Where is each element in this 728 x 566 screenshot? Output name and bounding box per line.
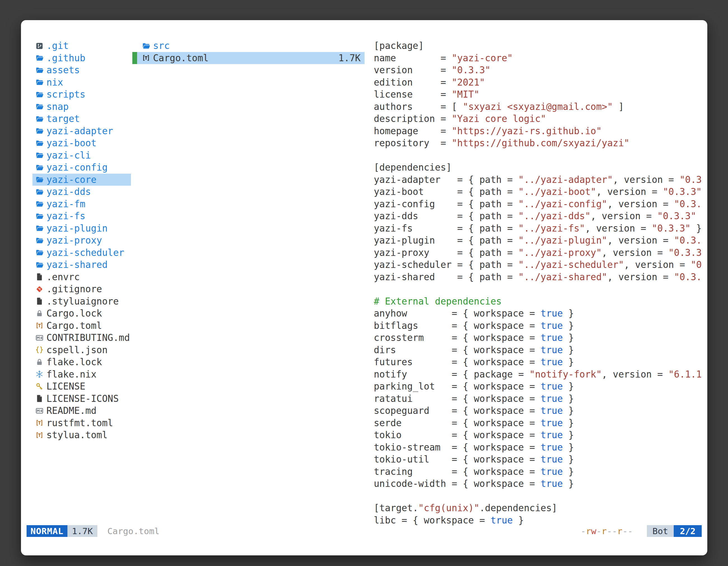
list-item[interactable]: .github xyxy=(32,52,131,64)
list-item[interactable]: yazi-shared xyxy=(32,259,131,271)
folder-icon xyxy=(35,115,44,123)
list-item[interactable]: yazi-proxy xyxy=(32,234,131,247)
list-item[interactable]: yazi-scheduler xyxy=(32,247,131,259)
file-name: LICENSE xyxy=(46,381,85,392)
code-line xyxy=(374,149,702,162)
list-item[interactable]: yazi-adapter xyxy=(32,125,131,137)
file-icon xyxy=(35,394,44,403)
folder-icon xyxy=(35,90,44,99)
file-name: Cargo.lock xyxy=(46,308,102,319)
file-icon xyxy=(35,297,44,305)
file-name: LICENSE-ICONS xyxy=(46,393,119,404)
code-line: yazi-fs = { path = "../yazi-fs", version… xyxy=(374,222,702,235)
list-item[interactable]: yazi-dds xyxy=(32,186,131,198)
list-item[interactable]: Cargo.toml 1.7K xyxy=(132,52,365,64)
file-name: flake.lock xyxy=(46,356,102,367)
list-item[interactable]: yazi-cli xyxy=(32,149,131,162)
file-icon xyxy=(35,273,44,281)
json-icon xyxy=(35,346,44,354)
folder-icon xyxy=(35,54,44,62)
file-name: yazi-adapter xyxy=(46,126,113,137)
code-line: yazi-proxy = { path = "../yazi-proxy", v… xyxy=(374,247,702,259)
lock-icon xyxy=(35,358,44,366)
list-item[interactable]: .git xyxy=(32,40,131,52)
list-item[interactable]: snap xyxy=(32,101,131,113)
code-line: tokio-util = { workspace = true } xyxy=(374,453,702,466)
list-item[interactable]: yazi-fm xyxy=(32,198,131,210)
code-line: homepage = "https://yazi-rs.github.io" xyxy=(374,125,702,137)
list-item[interactable]: .styluaignore xyxy=(32,295,131,307)
file-size-badge: 1.7K xyxy=(67,525,97,537)
file-size: 1.7K xyxy=(339,53,361,64)
list-item[interactable]: CONTRIBUTING.md xyxy=(32,332,131,344)
list-item[interactable]: yazi-boot xyxy=(32,137,131,149)
code-line: yazi-boot = { path = "../yazi-boot", ver… xyxy=(374,186,702,198)
file-name: scripts xyxy=(46,89,85,100)
code-line: yazi-config = { path = "../yazi-config",… xyxy=(374,198,702,210)
code-line: bitflags = { workspace = true } xyxy=(374,319,702,332)
list-item[interactable]: yazi-core xyxy=(32,174,131,186)
key-icon xyxy=(35,382,44,391)
list-item[interactable]: target xyxy=(32,113,131,125)
scroll-position-badge: Bot xyxy=(647,525,674,537)
toml-icon xyxy=(35,321,44,330)
list-item[interactable]: flake.nix xyxy=(32,368,131,380)
list-item[interactable]: .gitignore xyxy=(32,283,131,295)
file-name: flake.nix xyxy=(46,369,97,380)
cursor-fraction-badge: 2/2 xyxy=(674,525,702,537)
list-item[interactable]: src xyxy=(132,40,365,52)
folder-icon xyxy=(35,78,44,86)
list-item[interactable]: LICENSE-ICONS xyxy=(32,393,131,405)
code-line: # External dependencies xyxy=(374,295,702,307)
list-item[interactable]: cspell.json xyxy=(32,344,131,356)
preview-pane: [package]name = "yazi-core"version = "0.… xyxy=(374,40,702,526)
list-item[interactable]: yazi-config xyxy=(32,161,131,174)
file-name: rustfmt.toml xyxy=(46,417,113,428)
code-line: yazi-shared = { path = "../yazi-shared",… xyxy=(374,271,702,283)
file-name: .styluaignore xyxy=(46,296,119,307)
folder-icon xyxy=(35,127,44,135)
git-icon xyxy=(35,285,44,293)
file-name: target xyxy=(46,113,80,124)
code-line: tracing = { workspace = true } xyxy=(374,466,702,478)
permissions-text: -rw-r--r-- xyxy=(581,525,633,537)
code-line: dirs = { workspace = true } xyxy=(374,344,702,356)
list-item[interactable]: yazi-plugin xyxy=(32,222,131,235)
file-name: .github xyxy=(46,53,85,64)
list-item[interactable]: assets xyxy=(32,64,131,76)
list-item[interactable]: .envrc xyxy=(32,271,131,283)
code-line: authors = [ "sxyazi <sxyazi@gmail.com>" … xyxy=(374,101,702,113)
folder-icon xyxy=(35,66,44,74)
list-item[interactable]: Cargo.toml xyxy=(32,319,131,332)
folder-icon xyxy=(35,151,44,159)
file-name: .gitignore xyxy=(46,283,102,294)
code-line: [package] xyxy=(374,40,702,52)
file-name: snap xyxy=(46,101,69,112)
list-item[interactable]: flake.lock xyxy=(32,356,131,368)
list-item[interactable]: rustfmt.toml xyxy=(32,417,131,429)
list-item[interactable]: README.md xyxy=(32,405,131,417)
list-item[interactable]: scripts xyxy=(32,88,131,101)
list-item[interactable]: nix xyxy=(32,76,131,89)
list-item[interactable]: yazi-fs xyxy=(32,210,131,222)
status-spacer xyxy=(159,525,581,537)
code-line: libc = { workspace = true } xyxy=(374,514,702,527)
file-name: README.md xyxy=(46,405,97,416)
folder-icon xyxy=(35,102,44,111)
list-item[interactable]: Cargo.lock xyxy=(32,307,131,319)
code-line: description = "Yazi core logic" xyxy=(374,113,702,125)
code-line: tokio-stream = { workspace = true } xyxy=(374,441,702,454)
code-line xyxy=(374,283,702,295)
code-line: edition = "2021" xyxy=(374,76,702,89)
file-name: Cargo.toml xyxy=(153,53,209,64)
code-line: [dependencies] xyxy=(374,161,702,174)
list-item[interactable]: LICENSE xyxy=(32,380,131,393)
folder-icon xyxy=(142,42,150,50)
list-item[interactable]: stylua.toml xyxy=(32,429,131,441)
folder-icon xyxy=(35,188,44,196)
code-line: parking_lot = { workspace = true } xyxy=(374,380,702,393)
status-file-name: Cargo.toml xyxy=(107,525,160,537)
code-line xyxy=(374,490,702,502)
toml-icon xyxy=(35,431,44,439)
folder-icon xyxy=(35,224,44,233)
